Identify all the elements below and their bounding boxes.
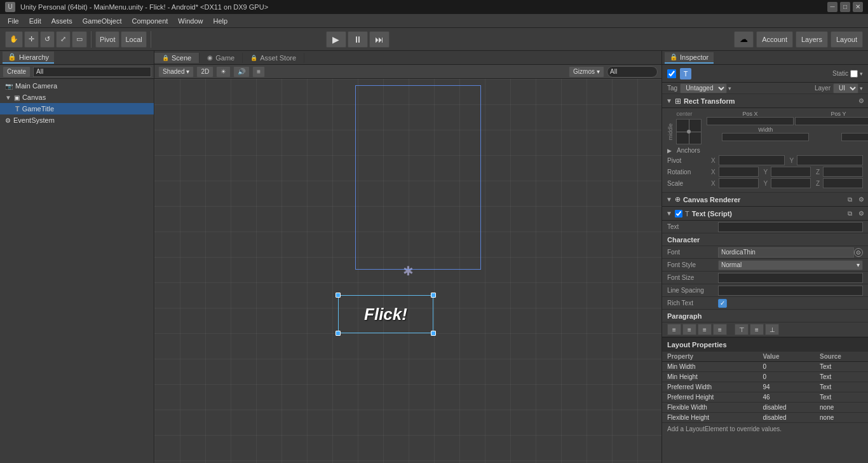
scene-tab-assetstore[interactable]: 🔒 Asset Store	[243, 53, 304, 63]
rich-text-checkbox[interactable]: ✓	[718, 299, 727, 308]
rotation-label: Rotation	[667, 169, 709, 176]
handle-br[interactable]	[431, 331, 436, 336]
menu-file[interactable]: File	[3, 16, 24, 26]
posx-input[interactable]: -81.5	[707, 117, 794, 125]
inspector-tab[interactable]: 🔒 Inspector	[665, 52, 714, 64]
tree-item-main-camera[interactable]: 📷 Main Camera	[0, 80, 154, 92]
effects-button[interactable]: ≡	[252, 66, 265, 78]
line-spacing-row: Line Spacing 1	[662, 284, 868, 297]
layer-select[interactable]: UI	[833, 83, 858, 93]
handle-bl[interactable]	[336, 331, 341, 336]
local-button[interactable]: Local	[121, 31, 146, 48]
object-active-checkbox[interactable]	[667, 69, 676, 78]
cr-expand-icon: ▼	[666, 196, 672, 203]
width-input[interactable]: 100	[722, 133, 809, 141]
menu-edit[interactable]: Edit	[24, 16, 46, 26]
rect-settings-icon[interactable]: ⚙	[858, 97, 864, 104]
step-button[interactable]: ⏭	[369, 31, 390, 48]
pivot-y-input[interactable]: 0.5	[797, 155, 863, 165]
valign-bot-btn[interactable]: ⊥	[765, 324, 779, 335]
lights-button[interactable]: ☀	[216, 66, 231, 78]
hand-tool[interactable]: ✋	[5, 31, 23, 48]
rect-tool[interactable]: ▭	[72, 31, 87, 48]
static-arrow-icon[interactable]: ▾	[860, 71, 863, 77]
maximize-button[interactable]: □	[840, 2, 850, 12]
valign-top-btn[interactable]: ⊤	[735, 324, 749, 335]
line-spacing-input[interactable]: 1	[718, 286, 863, 296]
audio-button[interactable]: 🔊	[233, 66, 250, 78]
col-property: Property	[662, 352, 757, 362]
height-input[interactable]: 60	[841, 133, 868, 141]
layers-dropdown[interactable]: Layers	[796, 31, 828, 48]
align-justify-btn[interactable]: ≡	[713, 324, 727, 335]
move-tool[interactable]: ✛	[24, 31, 39, 48]
layout-table-row: Min Width0Text	[662, 362, 868, 372]
account-dropdown[interactable]: Account	[756, 31, 793, 48]
shading-dropdown[interactable]: Shaded ▾	[158, 66, 194, 78]
scene-tab-game[interactable]: ◉ Game	[200, 53, 243, 63]
rotz-input[interactable]: 0	[823, 167, 863, 177]
hierarchy-create-btn[interactable]: Create	[3, 66, 31, 78]
font-style-dropdown[interactable]: Normal ▾	[718, 260, 863, 270]
scaley-input[interactable]: 1	[771, 178, 811, 188]
text-script-header[interactable]: ▼ T Text (Script) ⧉ ⚙	[662, 207, 868, 221]
scalex-input[interactable]: 1	[719, 178, 759, 188]
cr-copy-icon[interactable]: ⧉	[848, 196, 852, 204]
menu-assets[interactable]: Assets	[46, 16, 78, 26]
hierarchy-search-input[interactable]	[33, 67, 151, 77]
layout-dropdown[interactable]: Layout	[831, 31, 863, 48]
align-center-btn[interactable]: ≡	[682, 324, 696, 335]
gizmos-dropdown[interactable]: Gizmos ▾	[569, 66, 604, 78]
anchors-widget[interactable]	[676, 119, 702, 144]
tree-item-gametitle[interactable]: T GameTitle	[0, 103, 154, 114]
scene-viewport[interactable]: ✱ Flick!	[154, 79, 661, 463]
pivot-x-input[interactable]: 0.5	[719, 155, 785, 165]
play-button[interactable]: ▶	[326, 31, 346, 48]
menu-gameobject[interactable]: GameObject	[78, 16, 127, 26]
menu-help[interactable]: Help	[208, 16, 233, 26]
font-select-btn[interactable]: NordicaThin	[718, 247, 854, 258]
ts-settings-icon[interactable]: ⚙	[858, 210, 864, 217]
ts-icon: T	[685, 210, 689, 218]
object-name-input[interactable]: GameTitle	[695, 68, 829, 79]
rotx-input[interactable]: 0	[719, 167, 759, 177]
tree-item-canvas[interactable]: ▼ ▣ Canvas	[0, 92, 154, 103]
scene-tab-scene[interactable]: 🔒 Scene	[154, 53, 200, 63]
close-button[interactable]: ✕	[853, 2, 863, 12]
static-checkbox[interactable]	[850, 70, 858, 78]
hierarchy-tab[interactable]: 🔒 Hierarchy	[3, 52, 54, 64]
ts-active-checkbox[interactable]	[675, 210, 682, 218]
cr-icon: ⊕	[675, 195, 681, 204]
text-label: Text	[667, 223, 718, 230]
tree-item-eventsystem[interactable]: ⚙ EventSystem	[0, 114, 154, 126]
text-value-input[interactable]: Flick!	[718, 222, 863, 232]
canvas-renderer-header[interactable]: ▼ ⊕ Canvas Renderer ⧉ ⚙	[662, 193, 868, 207]
scalez-input[interactable]: 1	[823, 178, 863, 188]
cr-settings-icon[interactable]: ⚙	[858, 196, 864, 203]
pivot-button[interactable]: Pivot	[95, 31, 119, 48]
rotate-tool[interactable]: ↺	[40, 31, 55, 48]
2d-button[interactable]: 2D	[196, 66, 214, 78]
rect-transform-header[interactable]: ▼ ⊞ Rect Transform ⚙	[662, 94, 868, 108]
title-bar: U Unity Personal (64bit) - MainMenu.unit…	[0, 0, 868, 14]
posy-input[interactable]: -163	[795, 117, 868, 125]
pause-button[interactable]: ⏸	[348, 31, 368, 48]
roty-input[interactable]: 0	[771, 167, 811, 177]
align-right-btn[interactable]: ≡	[698, 324, 712, 335]
font-select-circle[interactable]: ⊙	[854, 248, 863, 257]
scene-search-input[interactable]	[607, 66, 658, 78]
handle-tl[interactable]	[336, 293, 341, 298]
shading-arrow-icon: ▾	[186, 68, 189, 75]
scale-tool[interactable]: ⤢	[56, 31, 71, 48]
handle-tr[interactable]	[431, 293, 436, 298]
ts-copy-icon[interactable]: ⧉	[848, 210, 852, 218]
menu-component[interactable]: Component	[126, 16, 173, 26]
cloud-button[interactable]: ☁	[734, 31, 754, 48]
minimize-button[interactable]: ─	[827, 2, 837, 12]
valign-mid-btn[interactable]: ≡	[750, 324, 764, 335]
align-left-btn[interactable]: ≡	[667, 324, 681, 335]
tag-select[interactable]: Untagged	[680, 83, 727, 93]
font-size-input[interactable]: 40	[718, 273, 863, 283]
paragraph-align-row: ≡ ≡ ≡ ≡ ⊤ ≡ ⊥	[662, 322, 868, 337]
menu-window[interactable]: Window	[173, 16, 208, 26]
